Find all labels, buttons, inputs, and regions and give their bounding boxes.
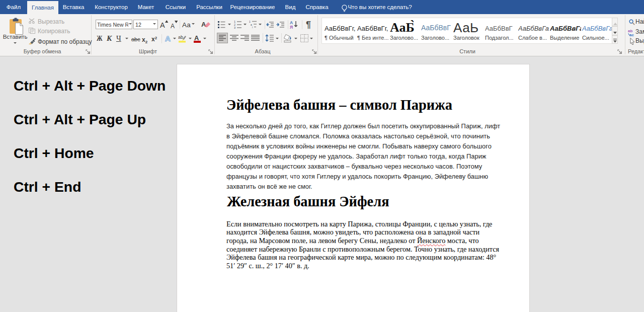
- svg-text:ab: ab: [178, 35, 183, 40]
- svg-text:i: i: [252, 26, 253, 29]
- svg-text:ac: ac: [629, 33, 634, 36]
- svg-text:Я: Я: [290, 25, 293, 29]
- svg-text:3: 3: [234, 26, 235, 29]
